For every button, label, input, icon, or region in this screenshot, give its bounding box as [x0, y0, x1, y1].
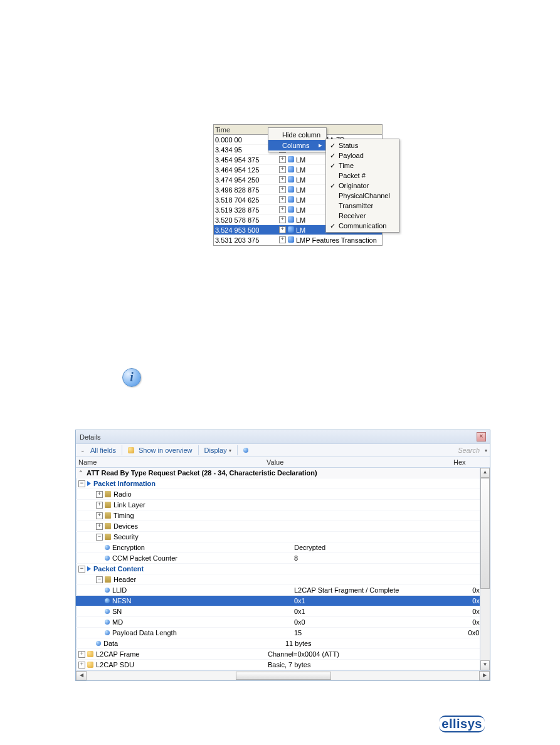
expand-icon: ⌄ [80, 447, 87, 453]
dropdown-icon: ▾ [229, 448, 231, 453]
col-value[interactable]: Value [267, 458, 453, 466]
md-field[interactable]: MD 0x0 0x0 [76, 617, 490, 628]
details-titlebar: Details × [76, 430, 490, 444]
check-icon: ✓ [330, 152, 339, 160]
collapse-icon[interactable]: − [78, 566, 85, 573]
col-hex[interactable]: Hex [453, 458, 478, 466]
all-fields-dropdown[interactable]: ⌄ All fields [78, 446, 118, 455]
expand-icon[interactable]: + [96, 523, 103, 530]
security-node[interactable]: −Security [76, 532, 490, 542]
packet-icon [288, 176, 294, 182]
scroll-left-button[interactable]: ◀ [76, 671, 87, 680]
menu-item-packet-number[interactable]: Packet # [326, 171, 399, 181]
expand-icon[interactable]: + [96, 512, 103, 519]
packet-icon [288, 206, 294, 213]
pane-title: Details [80, 433, 101, 441]
display-dropdown[interactable]: Display ▾ [203, 446, 233, 455]
menu-item-time[interactable]: ✓Time [326, 161, 399, 171]
field-icon [96, 641, 101, 646]
collapse-icon[interactable]: − [96, 576, 103, 583]
check-icon: ✓ [330, 142, 339, 150]
check-icon: ✓ [330, 162, 339, 170]
payload-data-length-field[interactable]: Payload Data Length 15 0x0F [76, 628, 490, 638]
menu-item-receiver[interactable]: Receiver [326, 211, 399, 221]
menu-item-transmitter[interactable]: Transmitter [326, 201, 399, 211]
header-node[interactable]: −Header [76, 574, 490, 585]
section-icon [87, 566, 91, 571]
menu-item-hide-column[interactable]: Hide column [268, 129, 326, 140]
group-header[interactable]: ⌃ ATT Read By Type Request Packet (28 - … [76, 468, 490, 478]
submenu-arrow-icon: ▸ [319, 141, 322, 149]
packet-icon [288, 156, 294, 162]
scroll-right-button[interactable]: ▶ [479, 671, 490, 680]
encryption-field[interactable]: Encryption Decrypted [76, 542, 490, 553]
scroll-down-button[interactable]: ▼ [480, 660, 490, 670]
radio-node[interactable]: +Radio [76, 489, 490, 500]
close-icon[interactable]: × [477, 432, 486, 441]
sn-field[interactable]: SN 0x1 0x1 [76, 606, 490, 617]
nesn-field-selected[interactable]: NESN 0x1 0x1 [76, 596, 490, 606]
frame-icon [87, 651, 93, 657]
scrollbar-thumb[interactable] [236, 672, 331, 680]
details-columns-header: Name Value Hex [76, 457, 490, 468]
expand-icon[interactable]: + [96, 502, 103, 509]
field-icon [105, 545, 110, 550]
packet-icon [288, 186, 294, 193]
expand-icon[interactable]: + [96, 491, 103, 498]
tree-icon [105, 491, 111, 497]
field-icon [105, 630, 110, 635]
devices-node[interactable]: +Devices [76, 521, 490, 532]
packet-time-list: Time 0.000 00 ging 1 ("Prim" 00:1A:7D:..… [213, 124, 383, 246]
details-body: ⌃ ATT Read By Type Request Packet (28 - … [76, 468, 490, 670]
tree-icon [105, 512, 111, 519]
field-icon [105, 588, 110, 593]
menu-item-payload[interactable]: ✓Payload [326, 151, 399, 161]
search-dropdown-icon[interactable]: ▾ [485, 448, 487, 453]
table-row[interactable]: 3.531 203 375 + LMP Features Transaction [214, 235, 382, 245]
details-pane: Details × ⌄ All fields Show in overview … [75, 430, 490, 681]
copy-icon [243, 448, 248, 453]
data-field[interactable]: Data 11 bytes [76, 638, 490, 649]
copy-button[interactable] [241, 447, 253, 453]
menu-item-columns[interactable]: Columns ▸ [268, 140, 326, 151]
link-layer-node[interactable]: +Link Layer [76, 500, 490, 510]
tree-icon [105, 523, 111, 529]
packet-icon [288, 196, 294, 203]
vertical-scrollbar[interactable]: ▲ ▼ [480, 468, 490, 670]
col-name[interactable]: Name [78, 458, 267, 466]
tree-icon [105, 534, 111, 540]
check-icon: ✓ [330, 222, 339, 230]
collapse-icon[interactable]: − [96, 534, 103, 541]
collapse-icon[interactable]: − [78, 480, 85, 487]
info-icon: i [122, 368, 141, 387]
timing-node[interactable]: +Timing [76, 510, 490, 521]
scrollbar-thumb[interactable] [480, 478, 490, 589]
overview-icon [128, 447, 134, 453]
collapse-icon: ⌃ [78, 470, 85, 476]
llid-field[interactable]: LLID L2CAP Start Fragment / Complete 0x2 [76, 585, 490, 596]
packet-content-section[interactable]: − Packet Content [76, 564, 490, 574]
field-icon [105, 598, 110, 603]
ellisys-logo: ellisys [439, 716, 485, 732]
menu-item-status[interactable]: ✓Status [326, 140, 399, 151]
columns-submenu: ✓Status ✓Payload ✓Time Packet # ✓Origina… [325, 139, 399, 233]
l2cap-sdu-node[interactable]: +L2CAP SDU Basic, 7 bytes [76, 660, 490, 670]
check-icon: ✓ [330, 182, 339, 190]
field-icon [105, 556, 110, 561]
col-time: Time [215, 126, 270, 134]
menu-item-communication[interactable]: ✓Communication [326, 221, 399, 231]
expand-icon[interactable]: + [78, 651, 85, 658]
expand-icon[interactable]: + [78, 662, 85, 668]
scroll-up-button[interactable]: ▲ [480, 468, 490, 478]
packet-information-section[interactable]: − Packet Information [76, 478, 490, 489]
l2cap-frame-node[interactable]: +L2CAP Frame Channel=0x0004 (ATT) [76, 649, 490, 660]
horizontal-scrollbar[interactable]: ◀ ▶ [76, 670, 490, 680]
search-input[interactable]: Search [458, 446, 482, 454]
menu-item-physical-channel[interactable]: PhysicalChannel [326, 191, 399, 201]
menu-item-originator[interactable]: ✓Originator [326, 181, 399, 191]
show-in-overview-button[interactable]: Show in overview [126, 446, 194, 455]
packet-icon [288, 216, 294, 223]
ccm-counter-field[interactable]: CCM Packet Counter 8 [76, 553, 490, 564]
frame-icon [87, 662, 93, 668]
tree-icon [105, 502, 111, 508]
